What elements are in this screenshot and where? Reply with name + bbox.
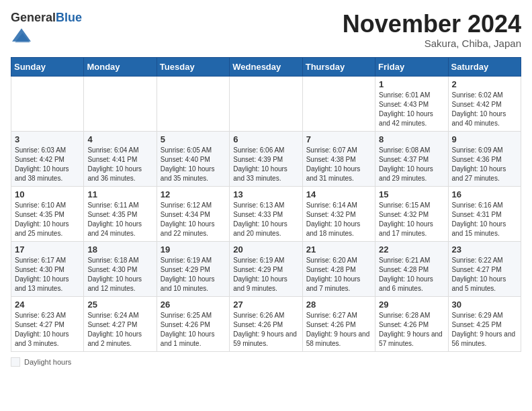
page-header: GeneralBlue November 2024 Sakura, Chiba,… <box>11 11 521 49</box>
calendar-cell: 28Sunrise: 6:27 AM Sunset: 4:26 PM Dayli… <box>302 296 375 351</box>
calendar-cell <box>84 76 157 131</box>
day-info: Sunrise: 6:22 AM Sunset: 4:27 PM Dayligh… <box>452 256 517 293</box>
calendar-cell <box>230 76 302 131</box>
calendar-cell: 4Sunrise: 6:04 AM Sunset: 4:41 PM Daylig… <box>84 131 157 186</box>
day-number: 4 <box>87 134 152 144</box>
day-number: 8 <box>379 134 444 144</box>
day-info: Sunrise: 6:16 AM Sunset: 4:31 PM Dayligh… <box>452 201 517 238</box>
weekday-header-wednesday: Wednesday <box>230 57 302 76</box>
day-info: Sunrise: 6:29 AM Sunset: 4:25 PM Dayligh… <box>452 311 517 349</box>
calendar-cell: 22Sunrise: 6:21 AM Sunset: 4:28 PM Dayli… <box>375 241 448 296</box>
day-number: 24 <box>15 300 80 310</box>
day-number: 11 <box>87 189 152 199</box>
month-title: November 2024 <box>343 11 521 38</box>
calendar-week-4: 17Sunrise: 6:17 AM Sunset: 4:30 PM Dayli… <box>11 241 521 296</box>
day-info: Sunrise: 6:28 AM Sunset: 4:26 PM Dayligh… <box>379 311 444 349</box>
day-info: Sunrise: 6:15 AM Sunset: 4:32 PM Dayligh… <box>379 201 444 238</box>
calendar-cell: 1Sunrise: 6:01 AM Sunset: 4:43 PM Daylig… <box>375 76 448 131</box>
day-info: Sunrise: 6:13 AM Sunset: 4:33 PM Dayligh… <box>233 201 298 238</box>
day-info: Sunrise: 6:03 AM Sunset: 4:42 PM Dayligh… <box>15 146 80 183</box>
day-number: 22 <box>379 244 444 255</box>
calendar-cell <box>11 76 84 131</box>
calendar-week-1: 1Sunrise: 6:01 AM Sunset: 4:43 PM Daylig… <box>11 76 521 131</box>
day-number: 20 <box>233 244 298 255</box>
day-number: 18 <box>87 244 152 255</box>
day-info: Sunrise: 6:19 AM Sunset: 4:29 PM Dayligh… <box>161 256 226 293</box>
calendar-cell: 27Sunrise: 6:26 AM Sunset: 4:26 PM Dayli… <box>230 296 302 351</box>
day-info: Sunrise: 6:07 AM Sunset: 4:38 PM Dayligh… <box>306 146 371 183</box>
calendar-cell: 10Sunrise: 6:10 AM Sunset: 4:35 PM Dayli… <box>11 186 84 241</box>
calendar-cell: 19Sunrise: 6:19 AM Sunset: 4:29 PM Dayli… <box>157 241 229 296</box>
day-number: 10 <box>15 189 80 199</box>
weekday-header-thursday: Thursday <box>302 57 375 76</box>
day-number: 3 <box>15 134 80 144</box>
calendar-cell: 15Sunrise: 6:15 AM Sunset: 4:32 PM Dayli… <box>375 186 448 241</box>
day-info: Sunrise: 6:10 AM Sunset: 4:35 PM Dayligh… <box>15 201 80 238</box>
day-info: Sunrise: 6:05 AM Sunset: 4:40 PM Dayligh… <box>161 146 226 183</box>
calendar-cell: 7Sunrise: 6:07 AM Sunset: 4:38 PM Daylig… <box>302 131 375 186</box>
logo-icon <box>12 26 31 44</box>
calendar-cell: 18Sunrise: 6:18 AM Sunset: 4:30 PM Dayli… <box>84 241 157 296</box>
day-info: Sunrise: 6:23 AM Sunset: 4:27 PM Dayligh… <box>15 311 80 349</box>
day-number: 23 <box>452 244 517 255</box>
logo-blue-text: Blue <box>56 11 82 24</box>
calendar-cell: 23Sunrise: 6:22 AM Sunset: 4:27 PM Dayli… <box>448 241 521 296</box>
location-subtitle: Sakura, Chiba, Japan <box>343 38 521 49</box>
day-info: Sunrise: 6:02 AM Sunset: 4:42 PM Dayligh… <box>452 91 517 128</box>
calendar-week-2: 3Sunrise: 6:03 AM Sunset: 4:42 PM Daylig… <box>11 131 521 186</box>
day-info: Sunrise: 6:04 AM Sunset: 4:41 PM Dayligh… <box>87 146 152 183</box>
calendar-cell: 13Sunrise: 6:13 AM Sunset: 4:33 PM Dayli… <box>230 186 302 241</box>
day-number: 21 <box>306 244 371 255</box>
calendar-week-3: 10Sunrise: 6:10 AM Sunset: 4:35 PM Dayli… <box>11 186 521 241</box>
day-info: Sunrise: 6:20 AM Sunset: 4:28 PM Dayligh… <box>306 256 371 293</box>
calendar-cell: 20Sunrise: 6:19 AM Sunset: 4:29 PM Dayli… <box>230 241 302 296</box>
calendar-cell: 26Sunrise: 6:25 AM Sunset: 4:26 PM Dayli… <box>157 296 229 351</box>
day-number: 7 <box>306 134 371 144</box>
day-number: 29 <box>379 300 444 310</box>
day-number: 19 <box>161 244 226 255</box>
day-number: 26 <box>161 300 226 310</box>
calendar-cell: 30Sunrise: 6:29 AM Sunset: 4:25 PM Dayli… <box>448 296 521 351</box>
weekday-header-sunday: Sunday <box>11 57 84 76</box>
day-info: Sunrise: 6:21 AM Sunset: 4:28 PM Dayligh… <box>379 256 444 293</box>
day-number: 27 <box>233 300 298 310</box>
daylight-legend-label: Daylight hours <box>24 358 71 366</box>
day-number: 28 <box>306 300 371 310</box>
day-info: Sunrise: 6:08 AM Sunset: 4:37 PM Dayligh… <box>379 146 444 183</box>
calendar-cell: 14Sunrise: 6:14 AM Sunset: 4:32 PM Dayli… <box>302 186 375 241</box>
calendar-cell: 21Sunrise: 6:20 AM Sunset: 4:28 PM Dayli… <box>302 241 375 296</box>
calendar-cell: 25Sunrise: 6:24 AM Sunset: 4:27 PM Dayli… <box>84 296 157 351</box>
logo: GeneralBlue <box>11 11 82 47</box>
day-number: 14 <box>306 189 371 199</box>
calendar-cell: 29Sunrise: 6:28 AM Sunset: 4:26 PM Dayli… <box>375 296 448 351</box>
day-number: 2 <box>452 79 517 89</box>
calendar-cell: 9Sunrise: 6:09 AM Sunset: 4:36 PM Daylig… <box>448 131 521 186</box>
calendar-cell: 12Sunrise: 6:12 AM Sunset: 4:34 PM Dayli… <box>157 186 229 241</box>
day-number: 9 <box>452 134 517 144</box>
day-info: Sunrise: 6:09 AM Sunset: 4:36 PM Dayligh… <box>452 146 517 183</box>
day-info: Sunrise: 6:17 AM Sunset: 4:30 PM Dayligh… <box>15 256 80 293</box>
day-info: Sunrise: 6:14 AM Sunset: 4:32 PM Dayligh… <box>306 201 371 238</box>
day-number: 15 <box>379 189 444 199</box>
calendar-cell: 24Sunrise: 6:23 AM Sunset: 4:27 PM Dayli… <box>11 296 84 351</box>
logo-general-text: General <box>11 11 56 24</box>
day-info: Sunrise: 6:26 AM Sunset: 4:26 PM Dayligh… <box>233 311 298 349</box>
calendar-cell: 16Sunrise: 6:16 AM Sunset: 4:31 PM Dayli… <box>448 186 521 241</box>
weekday-header-saturday: Saturday <box>448 57 521 76</box>
calendar-cell: 17Sunrise: 6:17 AM Sunset: 4:30 PM Dayli… <box>11 241 84 296</box>
calendar-cell <box>302 76 375 131</box>
calendar-table: SundayMondayTuesdayWednesdayThursdayFrid… <box>11 57 521 352</box>
calendar-cell: 2Sunrise: 6:02 AM Sunset: 4:42 PM Daylig… <box>448 76 521 131</box>
day-number: 25 <box>87 300 152 310</box>
day-info: Sunrise: 6:25 AM Sunset: 4:26 PM Dayligh… <box>161 311 226 349</box>
weekday-header-tuesday: Tuesday <box>157 57 229 76</box>
day-info: Sunrise: 6:12 AM Sunset: 4:34 PM Dayligh… <box>161 201 226 238</box>
day-number: 16 <box>452 189 517 199</box>
day-number: 1 <box>379 79 444 89</box>
calendar-cell: 11Sunrise: 6:11 AM Sunset: 4:35 PM Dayli… <box>84 186 157 241</box>
footer: Daylight hours <box>11 357 521 367</box>
day-number: 30 <box>452 300 517 310</box>
title-block: November 2024 Sakura, Chiba, Japan <box>343 11 521 49</box>
calendar-cell: 8Sunrise: 6:08 AM Sunset: 4:37 PM Daylig… <box>375 131 448 186</box>
day-info: Sunrise: 6:11 AM Sunset: 4:35 PM Dayligh… <box>87 201 152 238</box>
